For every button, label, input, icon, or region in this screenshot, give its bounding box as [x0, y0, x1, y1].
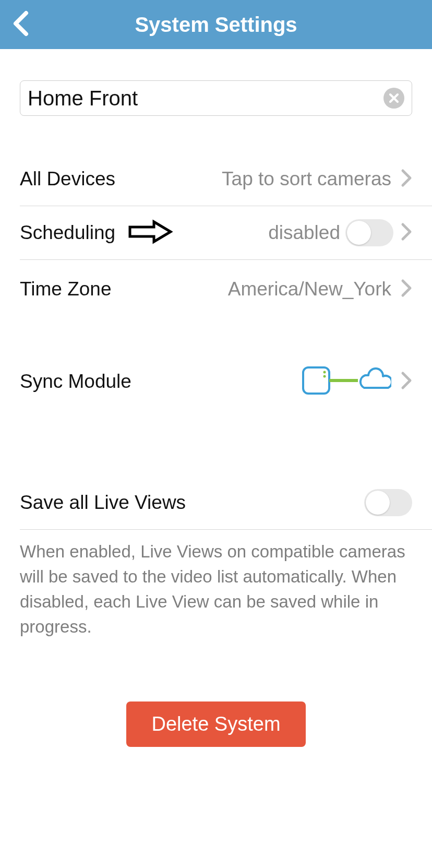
scheduling-row[interactable]: Scheduling disabled — [0, 206, 432, 259]
save-live-views-help: When enabled, Live Views on compatible c… — [20, 529, 432, 639]
arrow-right-icon — [128, 219, 173, 247]
time-zone-label: Time Zone — [20, 278, 111, 300]
sync-module-row[interactable]: Sync Module — [0, 355, 432, 408]
delete-system-button[interactable]: Delete System — [126, 701, 305, 747]
clear-input-button[interactable] — [383, 88, 404, 109]
settings-group-3: Save all Live Views When enabled, Live V… — [0, 408, 432, 639]
save-live-views-toggle[interactable] — [364, 489, 412, 516]
system-name-value: Home Front — [28, 87, 138, 110]
scheduling-label: Scheduling — [20, 222, 115, 244]
chevron-right-icon — [401, 169, 412, 189]
scheduling-value: disabled — [268, 222, 340, 244]
scheduling-toggle[interactable] — [345, 219, 393, 246]
x-icon — [389, 93, 399, 103]
settings-group-2: Sync Module — [0, 318, 432, 408]
page-title: System Settings — [135, 13, 297, 37]
chevron-right-icon — [401, 222, 412, 243]
svg-point-4 — [323, 375, 326, 378]
chevron-right-icon — [401, 279, 412, 300]
all-devices-value: Tap to sort cameras — [222, 168, 391, 190]
system-name-section: Home Front — [0, 49, 432, 116]
settings-group-1: All Devices Tap to sort cameras Scheduli… — [0, 116, 432, 318]
app-header: System Settings — [0, 0, 432, 49]
system-name-input[interactable]: Home Front — [20, 80, 412, 116]
time-zone-value: America/New_York — [228, 278, 391, 300]
svg-point-3 — [323, 371, 326, 374]
all-devices-label: All Devices — [20, 168, 115, 190]
all-devices-row[interactable]: All Devices Tap to sort cameras — [0, 152, 432, 206]
chevron-left-icon — [11, 10, 29, 37]
sync-module-label: Sync Module — [20, 371, 131, 393]
save-live-views-label: Save all Live Views — [20, 492, 186, 514]
save-live-views-row: Save all Live Views — [0, 476, 432, 529]
back-button[interactable] — [11, 10, 29, 39]
sync-module-cloud-icon — [302, 365, 391, 398]
chevron-right-icon — [401, 371, 412, 392]
time-zone-row[interactable]: Time Zone America/New_York — [0, 260, 432, 318]
delete-section: Delete System — [0, 639, 432, 747]
